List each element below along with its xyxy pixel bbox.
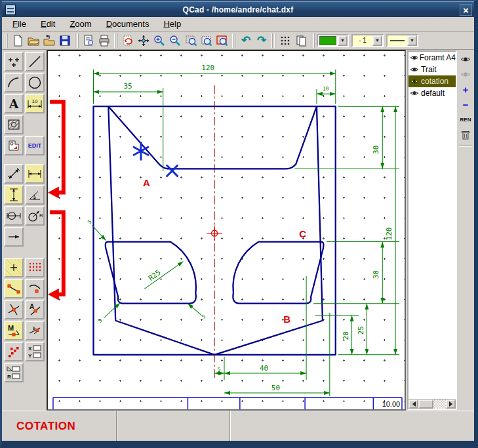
layer-delete-button[interactable] <box>458 128 473 141</box>
drawing-area[interactable]: 120 35 10 30 120 30 20 25 5 40 50 R25 5 … <box>47 50 406 411</box>
snap-entity-tool[interactable] <box>25 279 45 298</box>
layer-row-selected[interactable]: cotation <box>408 75 456 87</box>
eye-icon[interactable] <box>410 54 418 61</box>
eye-icon[interactable] <box>410 90 419 96</box>
layer-remove-button[interactable]: − <box>458 98 473 111</box>
open-file-icon[interactable] <box>26 33 41 49</box>
zoom-in-icon[interactable] <box>151 33 167 49</box>
toolbar-handle[interactable] <box>232 33 236 48</box>
drawing-canvas[interactable]: 120 35 10 30 120 30 20 25 5 40 50 R25 5 … <box>48 51 405 409</box>
annotation-arrows <box>48 102 64 300</box>
cad-tool-panel: A 10 EDIT R A <box>2 50 47 411</box>
dim-horizontal-tool[interactable] <box>25 164 45 184</box>
arc-tool[interactable] <box>4 73 24 92</box>
hatch-tool[interactable] <box>4 115 24 134</box>
snap-points-tool[interactable] <box>4 342 24 361</box>
redraw-icon[interactable] <box>120 33 136 49</box>
layer-row[interactable]: Trait <box>408 64 456 75</box>
coord-polar-tool[interactable]: R <box>4 363 24 382</box>
line-style-select[interactable]: ▼ <box>386 34 418 47</box>
grid-toggle-icon[interactable] <box>277 33 293 49</box>
x-mark <box>167 165 178 176</box>
snap-intersection-tool[interactable] <box>4 300 24 319</box>
menu-documents[interactable]: Documents <box>104 18 152 30</box>
save-icon[interactable] <box>57 33 73 49</box>
color-swatch <box>319 36 336 45</box>
circle-tool[interactable] <box>25 73 45 92</box>
layer-row[interactable]: Foramt A4 <box>408 52 456 64</box>
line-width-select[interactable]: - 1 ▼ <box>351 34 384 47</box>
layer-name: default <box>421 89 445 98</box>
close-button[interactable]: × <box>460 4 472 16</box>
layer-show-button[interactable] <box>458 52 473 66</box>
snap-auto-tool[interactable]: A <box>25 300 45 319</box>
import-icon[interactable] <box>41 33 57 49</box>
zoom-out-icon[interactable] <box>167 33 183 49</box>
dim-diameter-tool[interactable] <box>4 206 24 226</box>
print-icon[interactable] <box>96 33 112 49</box>
snap-middle-tool[interactable]: M <box>4 321 24 340</box>
zoom-select-icon[interactable] <box>199 33 214 49</box>
undo-icon[interactable]: ↶ <box>238 33 254 49</box>
print-preview-icon[interactable] <box>81 33 96 49</box>
svg-text:R25: R25 <box>147 268 163 283</box>
leader-tool[interactable] <box>4 227 24 247</box>
layer-hide-button[interactable] <box>458 68 473 81</box>
toolbar-handle[interactable] <box>75 33 79 48</box>
dimension-tool[interactable]: 10 <box>25 94 45 113</box>
new-file-icon[interactable] <box>10 33 26 49</box>
svg-text:X: X <box>28 346 32 352</box>
scroll-thumb[interactable] <box>418 399 433 409</box>
toolbar-handle[interactable] <box>4 33 8 48</box>
edit-tool[interactable]: EDIT <box>25 136 45 155</box>
scroll-left-button[interactable] <box>408 399 418 409</box>
layer-row[interactable]: default <box>408 87 456 99</box>
svg-text:50: 50 <box>271 384 280 392</box>
coord-cartesian-tool[interactable]: XY <box>25 342 45 361</box>
svg-text:A: A <box>30 303 34 310</box>
text-tool[interactable]: A <box>4 94 24 113</box>
dim-aligned-tool[interactable] <box>4 164 24 184</box>
asterisk-mark <box>134 142 148 159</box>
layer-list-hscrollbar[interactable] <box>408 399 456 409</box>
main-area: A 10 EDIT R A <box>2 50 474 411</box>
edit-shape-tool[interactable] <box>4 136 24 155</box>
svg-text:5: 5 <box>97 317 104 324</box>
points-tool[interactable] <box>4 52 24 71</box>
color-select[interactable]: ▼ <box>317 34 349 47</box>
svg-text:30: 30 <box>372 270 380 279</box>
layers-view-icon[interactable] <box>293 33 309 49</box>
menu-file[interactable]: File <box>10 18 29 30</box>
eye-icon[interactable] <box>410 66 419 73</box>
scroll-track[interactable] <box>418 399 446 409</box>
zoom-pan-icon[interactable] <box>136 33 151 49</box>
toolbar-handle[interactable] <box>114 33 118 48</box>
chevron-down-icon[interactable]: ▼ <box>407 35 417 46</box>
zoom-previous-icon[interactable] <box>214 33 230 49</box>
menu-edit[interactable]: Edit <box>38 18 58 30</box>
layer-list[interactable]: Foramt A4 Trait cotation default <box>408 52 456 399</box>
snap-endpoint-tool[interactable] <box>4 279 24 298</box>
dim-radius-tool[interactable]: R <box>25 206 45 226</box>
dimension-lines <box>92 70 400 396</box>
chevron-down-icon[interactable]: ▼ <box>338 35 348 46</box>
eye-icon[interactable] <box>410 78 419 85</box>
snap-distance-tool[interactable] <box>25 321 45 340</box>
toolbar-handle[interactable] <box>311 33 315 48</box>
chevron-down-icon[interactable]: ▼ <box>372 35 382 46</box>
zoom-window-icon[interactable] <box>183 33 199 49</box>
redo-icon[interactable]: ↷ <box>254 33 269 49</box>
menu-zoom[interactable]: Zoom <box>67 18 94 30</box>
title-bar[interactable]: QCad - /home/andre/chat.dxf × <box>2 1 474 17</box>
snap-free-tool[interactable] <box>4 258 24 277</box>
snap-grid-tool[interactable] <box>25 258 45 277</box>
layer-add-button[interactable]: + <box>458 83 473 96</box>
dim-vertical-tool[interactable] <box>4 185 24 205</box>
menu-help[interactable]: Help <box>161 18 184 30</box>
toolbar-handle[interactable] <box>271 33 275 48</box>
dim-angular-tool[interactable] <box>25 185 45 205</box>
line-tool[interactable] <box>25 52 45 71</box>
scroll-right-button[interactable] <box>446 399 456 409</box>
layer-name: Trait <box>421 65 437 74</box>
layer-rename-button[interactable]: REN <box>458 113 473 126</box>
